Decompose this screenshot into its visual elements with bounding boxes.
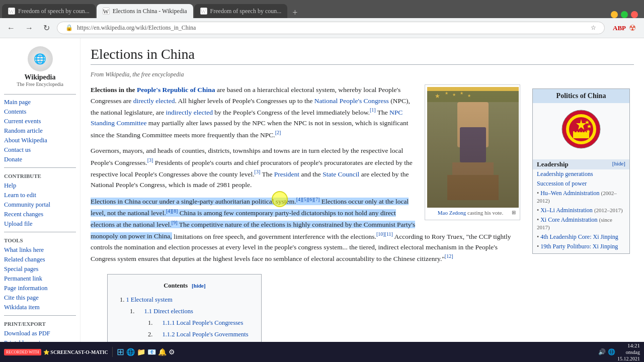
sidebar-item-community-portal[interactable]: Community portal	[4, 200, 76, 210]
toc-link-direct-elections[interactable]: 1.1 Direct elections	[144, 308, 193, 315]
taskbar-icon-5[interactable]: ⚙	[169, 348, 175, 356]
taskbar-icon-4[interactable]: 🔔	[158, 348, 167, 356]
clock-date: onsdag15.12.2021	[617, 349, 640, 362]
indirectly-elected-link[interactable]: indirectly elected	[166, 109, 213, 116]
browser-window: W Freedom of speech by coun... W Electio…	[0, 0, 644, 362]
sidebar-item-current-events[interactable]: Current events	[4, 117, 76, 126]
president-link[interactable]: President	[274, 170, 299, 177]
sidebar-item-contact-us[interactable]: Contact us	[4, 145, 76, 155]
sidebar-item-wikidata-item[interactable]: Wikidata item	[4, 303, 76, 312]
svg-text:★: ★	[467, 94, 471, 98]
svg-rect-20	[583, 129, 585, 132]
svg-rect-5	[447, 175, 499, 200]
prc-link[interactable]: People's Republic of China	[137, 86, 215, 94]
toc-hide-button[interactable]: [hide]	[192, 282, 206, 291]
politburo-19-link[interactable]: 19th Party Politburo: Xi Jinping	[540, 243, 618, 250]
politics-leadership-section: Leadership [hide] Leadership generations…	[533, 157, 629, 253]
reload-button[interactable]: ↻	[40, 21, 53, 35]
sidebar-item-cite-this-page[interactable]: Cite this page	[4, 293, 76, 303]
toc-link-local-governments[interactable]: 1.1.2 Local People's Governments	[162, 331, 248, 338]
sidebar-item-contents[interactable]: Contents	[4, 107, 76, 117]
svg-rect-19	[580, 128, 582, 132]
taskbar-icon-1[interactable]: 🌐	[126, 348, 135, 356]
content-main: ★ ★ ★ ★ ★ Mao Zedong casting his vote. ⊞	[91, 84, 520, 362]
sidebar: 🌐 Wikipedia The Free Encyclopedia Main p…	[0, 38, 80, 362]
screencast-label: ⭐ SCREENCAST-O-MATIC	[43, 349, 108, 355]
windows-icon[interactable]: ⊞	[117, 346, 124, 357]
sidebar-item-what-links-here[interactable]: What links here	[4, 245, 76, 255]
taskbar-icon-2[interactable]: 📁	[137, 348, 145, 356]
leadership-hide-button[interactable]: [hide]	[612, 160, 625, 168]
from-wiki-text: From Wikipedia, the free encyclopedia	[91, 71, 634, 78]
svg-rect-0	[427, 87, 519, 208]
svg-text:★: ★	[460, 91, 463, 96]
directly-elected-link[interactable]: directly elected	[133, 97, 175, 105]
state-council-link[interactable]: State Council	[323, 170, 359, 177]
tab-2-favicon: W	[103, 8, 110, 15]
xi-li-years: (2012–2017)	[594, 207, 623, 213]
sidebar-item-recent-changes[interactable]: Recent changes	[4, 210, 76, 219]
svg-rect-7	[427, 87, 519, 91]
tab-3-favicon: W	[200, 8, 207, 15]
tab-1[interactable]: W Freedom of speech by coun...	[2, 4, 96, 18]
npc-link[interactable]: National People's Congress	[314, 97, 389, 105]
sidebar-item-related-changes[interactable]: Related changes	[4, 255, 76, 264]
minimize-button[interactable]	[611, 11, 618, 18]
expand-image-icon[interactable]: ⊞	[512, 210, 516, 215]
close-button[interactable]	[631, 11, 638, 18]
taskbar: RECORDED WITH ⭐ SCREENCAST-O-MATIC ⊞ 🌐 📁…	[0, 342, 644, 362]
politics-box-title: Politics of China	[533, 89, 629, 103]
mao-image-placeholder: ★ ★ ★ ★ ★	[427, 87, 519, 208]
svg-rect-17	[575, 129, 577, 132]
hu-wen-link[interactable]: Hu–Wen Administration	[540, 190, 599, 197]
tab-2[interactable]: W Elections in China - Wikipedia	[97, 4, 193, 18]
sidebar-item-help[interactable]: Help	[4, 181, 76, 191]
logo-image: 🌐	[28, 46, 53, 71]
ref-1[interactable]: [1]	[370, 107, 376, 113]
forward-button[interactable]: →	[22, 22, 36, 35]
tab-3-label: Freedom of speech by coun...	[210, 8, 282, 15]
npc-sc-link[interactable]: NPC Standing Committee	[91, 109, 403, 127]
sidebar-item-download-pdf[interactable]: Download as PDF	[4, 329, 76, 338]
logo-title: Wikipedia	[4, 73, 76, 81]
logo-subtitle: The Free Encyclopedia	[4, 81, 76, 87]
svg-rect-3	[460, 127, 486, 162]
toc-link-local-congresses[interactable]: 1.1.1 Local People's Congresses	[162, 319, 243, 326]
maximize-button[interactable]	[621, 11, 628, 18]
tools-section-label: Tools	[4, 237, 76, 243]
sidebar-item-random-article[interactable]: Random article	[4, 126, 76, 136]
xi-li-admin: • Xi–Li Administration (2012–2017)	[533, 206, 629, 215]
adblock-icon[interactable]: ABP	[613, 24, 626, 32]
sidebar-item-special-pages[interactable]: Special pages	[4, 264, 76, 274]
toc-title-text: Contents	[164, 281, 188, 291]
address-bar[interactable]: 🔒 https://en.wikipedia.org/wiki/Election…	[57, 22, 605, 34]
taskbar-clock: 14:21 onsdag15.12.2021	[617, 342, 640, 362]
sidebar-item-learn-to-edit[interactable]: Learn to edit	[4, 191, 76, 200]
tab-2-label: Elections in China - Wikipedia	[113, 8, 187, 15]
tab-bar: W Freedom of speech by coun... W Electio…	[0, 0, 644, 18]
back-button[interactable]: ←	[4, 22, 18, 35]
succession-link[interactable]: Succession of power	[537, 180, 587, 187]
sidebar-item-upload-file[interactable]: Upload file	[4, 219, 76, 229]
mao-image-box: ★ ★ ★ ★ ★ Mao Zedong casting his vote. ⊞	[425, 84, 520, 220]
toc-link-electoral-system[interactable]: 1 Electoral system	[126, 296, 172, 303]
sidebar-item-about-wikipedia[interactable]: About Wikipedia	[4, 136, 76, 145]
opera-icon[interactable]: ☢	[629, 23, 636, 33]
battery-icon: 🔊	[598, 348, 606, 356]
sidebar-item-permanent-link[interactable]: Permanent link	[4, 274, 76, 284]
leadership-generations-link[interactable]: Leadership generations	[537, 170, 593, 177]
ref-2[interactable]: [2]	[275, 130, 281, 135]
leadership-core-4-link[interactable]: 4th Leadership Core: Xi Jinping	[540, 233, 618, 240]
new-tab-button[interactable]: +	[288, 8, 301, 18]
sidebar-item-page-information[interactable]: Page information	[4, 284, 76, 293]
tab-3[interactable]: W Freedom of speech by coun...	[194, 4, 288, 18]
xi-li-link[interactable]: Xi–Li Administration	[540, 207, 593, 214]
taskbar-icon-3[interactable]: 📧	[147, 348, 156, 356]
sidebar-item-donate[interactable]: Donate	[4, 155, 76, 164]
xi-core-link[interactable]: Xi Core Administration	[540, 216, 597, 223]
sidebar-item-main-page[interactable]: Main page	[4, 98, 76, 107]
svg-point-2	[462, 104, 484, 126]
mao-zedong-link[interactable]: Mao Zedong	[438, 210, 466, 216]
toc-item-1-1-2: 1.1.2 Local People's Governments	[154, 329, 253, 339]
bookmark-icon[interactable]: ☆	[591, 24, 596, 32]
